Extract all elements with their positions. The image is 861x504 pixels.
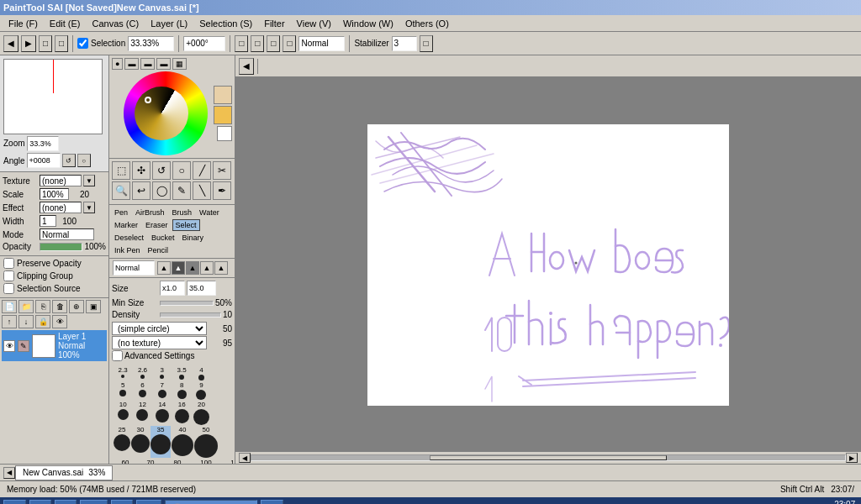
tab-nav-left[interactable]: ◀ [3,467,15,479]
size-value-input[interactable] [187,281,216,296]
tool-cut[interactable]: ✂ [213,161,231,180]
dot-2.6[interactable]: 2.6 [133,366,151,381]
start-button[interactable]: ⊞ [3,500,26,504]
dot-35-active[interactable]: 35 [151,426,171,458]
nav-reset2-btn[interactable]: ○ [77,154,91,167]
layer-flatten-btn[interactable]: ▣ [86,300,101,313]
blend-btn-5[interactable]: ▲ [214,261,228,275]
dot-3.5[interactable]: 3.5 [172,366,191,381]
canvas-nav-left[interactable]: ◀ [239,58,254,75]
menu-file[interactable]: File (F) [3,18,43,29]
dot-4[interactable]: 4 [192,366,210,381]
dot-14[interactable]: 14 [153,401,172,425]
taskbar-chrome[interactable]: ● [29,500,51,504]
dot-5[interactable]: 5 [114,381,132,400]
layer-merge-btn[interactable]: ⊕ [69,300,84,313]
brush-deselect[interactable]: Deselect [111,232,147,244]
scale-input[interactable] [40,188,69,200]
color-mode-rgb[interactable]: ▬ [140,58,155,70]
nav-zoom-input[interactable] [27,136,59,151]
toolbar-btn-1[interactable]: ◀ [3,35,18,52]
width-input[interactable] [40,215,56,227]
dot-16[interactable]: 16 [172,401,191,425]
layer-move2-btn[interactable]: ↓ [18,315,34,328]
blend-btn-1[interactable]: ▲ [157,261,171,275]
brush-pencil2[interactable]: Pencil [145,244,172,256]
menu-others[interactable]: Others (O) [400,18,454,29]
dot-12[interactable]: 12 [133,401,151,425]
angle-input[interactable]: +000° [183,36,225,51]
brush-water[interactable]: Water [196,207,223,218]
brush-binary[interactable]: Binary [179,232,208,244]
menu-window[interactable]: Window (W) [338,18,399,29]
color-mode-palette[interactable]: ▦ [172,58,187,70]
layer-move-btn[interactable]: ↑ [2,315,17,328]
menu-layer[interactable]: Layer (L) [145,18,193,29]
taskbar-explorer[interactable]: 📁 [80,500,108,504]
adv-settings-check[interactable] [112,350,123,361]
toolbar-view-btn4[interactable]: □ [283,35,296,52]
brush-brush[interactable]: Brush [169,207,196,218]
layer-pen-1[interactable]: ✎ [18,340,29,352]
layer-lock-btn[interactable]: 🔒 [35,315,50,328]
menu-view[interactable]: View (V) [292,18,336,29]
toolbar-btn-2[interactable]: ▶ [21,35,36,52]
brush-select[interactable]: Select [172,219,200,231]
brush-bucket[interactable]: Bucket [148,232,178,244]
dot-8[interactable]: 8 [172,381,191,400]
layer-eye-1[interactable]: 👁 [3,340,15,352]
dot-30[interactable]: 30 [131,426,150,458]
tool-zoom[interactable]: 🔍 [112,181,130,200]
taskbar-media[interactable]: ▶ [261,500,283,504]
preserve-opacity-check[interactable] [3,258,14,269]
taskbar-paint[interactable]: 🖼 [136,500,161,504]
scroll-thumb-h[interactable] [430,455,667,460]
toolbar-btn-4[interactable]: □ [55,35,68,52]
toolbar-view-btn[interactable]: □ [235,35,248,52]
dot-80[interactable]: 80 [164,459,191,464]
dot-25[interactable]: 25 [114,426,130,458]
blend-btn-2[interactable]: ▲ [172,261,185,275]
blend-btn-4[interactable]: ▲ [200,261,214,275]
menu-filter[interactable]: Filter [259,18,289,29]
color-wheel-container[interactable] [119,71,203,155]
tool-pencil[interactable]: ✎ [172,181,191,200]
layer-delete-btn[interactable]: 🗑 [52,300,67,313]
mode-input[interactable] [40,228,94,240]
selection-checkbox[interactable] [77,38,88,49]
scroll-track-h[interactable] [251,454,846,461]
scroll-left-btn[interactable]: ◀ [239,453,251,463]
tool-line[interactable]: ╱ [193,161,211,180]
stabilizer-btn[interactable]: □ [420,35,433,52]
main-canvas[interactable] [367,124,729,406]
taskbar-ie[interactable]: e [55,500,77,504]
dot-3[interactable]: 3 [153,366,172,381]
dot-60[interactable]: 60 [114,459,137,464]
taskbar-sai[interactable]: 🎨 New Canvas.sai [165,500,256,504]
taskbar-skype[interactable]: S [111,500,133,504]
zoom-input[interactable]: 33.33% [128,36,174,51]
brush-airbrush[interactable]: AirBrush [132,207,168,218]
canvas-tab-1[interactable]: New Canvas.sai 33% [15,465,113,480]
tool-line2[interactable]: ╲ [193,181,211,200]
color-mode-hex[interactable]: ▬ [124,58,139,70]
brush-inkpen[interactable]: Ink Pen [111,244,144,256]
tool-pen[interactable]: ✒ [213,181,231,200]
menu-edit[interactable]: Edit (E) [45,18,86,29]
brush-pen[interactable]: Pen [111,207,131,218]
density-slider[interactable] [160,312,221,318]
menu-selection[interactable]: Selection (S) [194,18,257,29]
dot-100[interactable]: 100 [192,459,220,464]
size-mult-input[interactable] [160,281,185,296]
blending-mode-input[interactable] [113,260,155,276]
brush-eraser[interactable]: Eraser [142,219,172,231]
layer-item-1[interactable]: 👁 ✎ Layer 1 Normal 100% [2,330,107,361]
dot-2.3[interactable]: 2.3 [114,366,132,381]
canvas-scrollbar-h[interactable]: ◀ ▶ [235,452,861,464]
dot-120[interactable]: 120 [221,459,235,464]
toolbar-view-btn3[interactable]: □ [267,35,280,52]
dot-40[interactable]: 40 [172,426,193,458]
blend-btn-3[interactable]: ▲ [186,261,199,275]
secondary-color-swatch[interactable] [214,106,232,124]
toolbar-view-btn2[interactable]: □ [251,35,264,52]
